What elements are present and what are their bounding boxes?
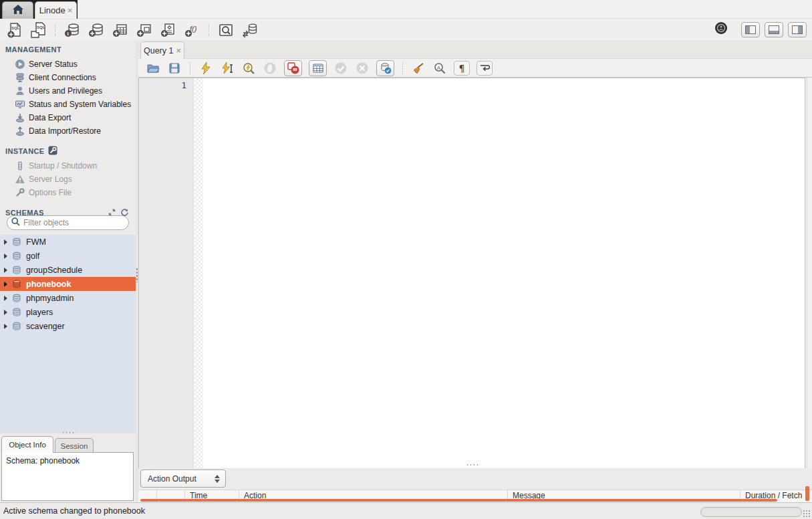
output-type-select[interactable]: Action Output [140, 470, 226, 488]
toggle-stop-on-error-button[interactable] [284, 60, 302, 76]
create-table-icon[interactable] [111, 21, 129, 39]
progress-placeholder [700, 507, 802, 517]
execute-all-icon[interactable] [198, 61, 213, 76]
client-connections-icon [14, 72, 25, 84]
create-function-icon[interactable]: f() [183, 21, 201, 39]
connection-tab-label: Linode [39, 5, 65, 15]
create-schema-icon[interactable] [87, 21, 105, 39]
schema-row-groupschedule[interactable]: groupSchedule [0, 263, 136, 277]
schema-row-players[interactable]: players [0, 305, 136, 319]
beautify-icon[interactable] [411, 61, 426, 76]
expander-icon[interactable] [4, 310, 7, 315]
wrench-icon [14, 187, 25, 199]
schema-row-fwm[interactable]: FWM [0, 235, 136, 249]
expander-icon[interactable] [4, 239, 7, 245]
schema-row-scavenger[interactable]: scavenger [0, 319, 136, 333]
schema-filter[interactable] [7, 215, 129, 230]
toggle-left-panel-button[interactable] [741, 22, 760, 37]
search-icon [11, 217, 21, 229]
rollback-icon[interactable] [355, 61, 370, 76]
sidebar-item-system-variables[interactable]: Status and System Variables [0, 98, 136, 111]
expander-icon[interactable] [4, 282, 7, 287]
new-sql-editor-icon[interactable]: SQL [5, 21, 23, 39]
line-number: 1 [181, 80, 186, 90]
tab-object-info[interactable]: Object Info [1, 436, 53, 453]
sidebar-item-options-file[interactable]: Options File [0, 186, 136, 199]
editor-output-splitter[interactable] [138, 461, 812, 468]
output-vscrollbar-thumb[interactable] [805, 486, 809, 501]
database-icon [12, 237, 21, 247]
home-tab[interactable] [2, 1, 33, 19]
schema-row-phonebook[interactable]: phonebook [0, 277, 136, 291]
editor-vscrollbar[interactable] [807, 78, 812, 502]
expander-icon[interactable] [4, 324, 7, 329]
toggle-right-panel-button[interactable] [788, 22, 807, 37]
create-procedure-icon[interactable] [159, 21, 177, 39]
toolbar-separator [190, 62, 190, 74]
toolbar-separator [55, 24, 55, 36]
toggle-invisibles-button[interactable]: ¶ [454, 61, 470, 76]
main-toolbar: SQL SQL i f() [0, 19, 812, 40]
server-status-icon [14, 59, 25, 70]
expander-icon[interactable] [4, 268, 7, 273]
splitter-handle[interactable] [466, 463, 481, 466]
tab-session[interactable]: Session [55, 438, 94, 453]
search-table-data-icon[interactable] [217, 21, 235, 39]
expander-icon[interactable] [4, 253, 7, 259]
connection-tab[interactable]: Linode × [35, 1, 77, 19]
toggle-wrap-button[interactable] [477, 61, 493, 76]
close-icon[interactable]: × [176, 46, 181, 55]
open-file-icon[interactable] [146, 61, 160, 76]
toolbar-separator [209, 24, 209, 36]
limit-rows-button[interactable] [309, 60, 327, 76]
sql-editor[interactable]: 1 [138, 78, 805, 502]
explain-icon[interactable] [241, 61, 256, 76]
sidebar-item-client-connections[interactable]: Client Connections [0, 71, 136, 84]
system-variables-icon [14, 99, 25, 110]
open-sql-script-icon[interactable]: SQL [29, 21, 47, 39]
export-icon [14, 112, 25, 124]
save-icon[interactable] [167, 61, 182, 76]
object-info-panel: Schema: phonebook [1, 452, 134, 501]
sidebar-item-data-export[interactable]: Data Export [0, 111, 136, 124]
sidebar-splitter-handle[interactable] [61, 431, 76, 434]
close-icon[interactable]: × [67, 6, 73, 15]
main-panel: Query 1 × A ¶ 1 [138, 40, 812, 502]
database-info-icon[interactable]: i [63, 21, 81, 39]
toggle-bottom-panel-button[interactable] [765, 22, 783, 37]
user-icon [14, 86, 25, 97]
output-selector-bar: Action Output [138, 468, 812, 490]
schema-row-phpmyadmin[interactable]: phpmyadmin [0, 291, 136, 305]
toolbar-separator [402, 62, 403, 74]
database-icon [12, 266, 21, 275]
find-icon[interactable]: A [432, 61, 447, 76]
status-message: Active schema changed to phonebook [3, 506, 145, 516]
svg-text:SQL: SQL [37, 25, 45, 29]
schema-list: FWM golf groupSchedule phonebook phpmyad… [0, 235, 136, 433]
spinner-arrows-icon [215, 475, 220, 483]
management-section-header: MANAGEMENT [0, 44, 136, 55]
schema-row-golf[interactable]: golf [0, 249, 136, 263]
sidebar-item-users-privileges[interactable]: Users and Privileges [0, 84, 136, 98]
toggle-autocommit-button[interactable] [376, 60, 394, 76]
sidebar-item-data-import[interactable]: Data Import/Restore [0, 124, 136, 138]
schema-filter-input[interactable] [23, 218, 117, 227]
expander-icon[interactable] [4, 296, 7, 301]
pilcrow-icon: ¶ [459, 63, 465, 74]
create-view-icon[interactable] [135, 21, 153, 39]
stop-icon[interactable] [263, 61, 277, 76]
output-hscrollbar-thumb[interactable] [140, 499, 777, 502]
resize-grip[interactable] [803, 510, 811, 518]
status-bar: Active schema changed to phonebook [0, 502, 812, 519]
reconnect-dbms-icon[interactable] [241, 21, 259, 39]
navigator-sidebar: MANAGEMENT Server Status Client Connecti… [0, 40, 136, 502]
execute-current-icon[interactable] [220, 61, 235, 76]
object-info-tabbar: Object Info Session [0, 435, 136, 453]
commit-icon[interactable] [333, 61, 348, 76]
sidebar-item-server-logs[interactable]: Server Logs [0, 173, 136, 186]
home-icon [12, 4, 24, 17]
database-icon [12, 251, 21, 261]
sidebar-item-startup-shutdown[interactable]: Startup / Shutdown [0, 159, 136, 173]
tab-query-1[interactable]: Query 1 × [140, 41, 184, 59]
sidebar-item-server-status[interactable]: Server Status [0, 58, 136, 71]
